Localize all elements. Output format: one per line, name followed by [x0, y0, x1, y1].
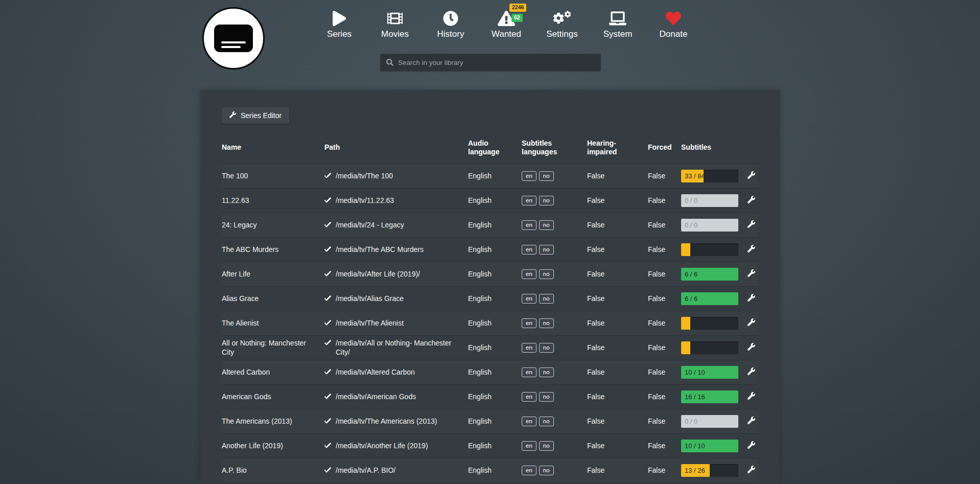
subtitle-languages-cell: enno — [522, 171, 587, 181]
subtitle-languages-cell: enno — [522, 441, 587, 451]
series-name[interactable]: All or Nothing: Manchester City — [222, 338, 324, 357]
subtitle-language-badge: en — [522, 417, 536, 427]
table-row: The Alienist/media/tv/The AlienistEnglis… — [222, 311, 758, 335]
subtitles-progress-cell: 6 / 6 — [681, 268, 743, 281]
subtitle-language-badge: en — [522, 441, 536, 451]
nav-item-settings[interactable]: Settings — [543, 10, 581, 39]
progress-label: 16 / 16 — [685, 390, 705, 403]
nav-label: History — [437, 29, 464, 39]
nav-item-wanted[interactable]: Wanted224662 — [487, 10, 526, 39]
series-name[interactable]: 24: Legacy — [222, 220, 324, 229]
forced-value: False — [648, 466, 681, 475]
edit-series-button[interactable] — [745, 218, 757, 232]
wrench-icon — [748, 171, 755, 180]
progress-label: 13 / 26 — [685, 464, 705, 477]
hearing-impaired-value: False — [587, 343, 648, 352]
subtitles-progress-cell: 0 / 0 — [681, 219, 743, 232]
series-path-cell: /media/tv/Alias Grace — [324, 294, 468, 303]
app-logo[interactable] — [202, 7, 265, 70]
series-name[interactable]: The Alienist — [222, 318, 324, 328]
subtitles-progress-cell: 16 / 16 — [681, 390, 743, 403]
column-header: Subtitles — [681, 143, 743, 152]
wrench-icon — [748, 220, 755, 229]
subtitles-progress-bar: 10 / 10 — [681, 366, 738, 379]
check-icon — [324, 197, 331, 204]
subtitle-language-badge: en — [522, 245, 536, 255]
subtitle-languages-cell: enno — [522, 367, 587, 378]
edit-series-button[interactable] — [745, 169, 757, 182]
series-name[interactable]: 11.22.63 — [222, 196, 324, 205]
nav-item-movies[interactable]: Movies — [376, 10, 414, 39]
table-row: All or Nothing: Manchester City/media/tv… — [222, 335, 758, 360]
subtitles-progress-cell — [681, 341, 743, 354]
progress-label: 10 / 10 — [685, 440, 705, 452]
edit-series-button[interactable] — [745, 390, 757, 403]
edit-series-button[interactable] — [745, 316, 757, 330]
series-name[interactable]: A.P. Bio — [222, 466, 324, 475]
wanted-count-badge: 2246 — [509, 4, 526, 12]
progress-label: 33 / 84 — [685, 170, 705, 182]
edit-series-button[interactable] — [745, 341, 757, 354]
subtitles-progress-cell — [681, 317, 743, 330]
table-body: The 100/media/tv/The 100EnglishennoFalse… — [222, 164, 758, 482]
nav-item-donate[interactable]: Donate — [654, 10, 693, 39]
table-row: Another Life (2019)/media/tv/Another Lif… — [222, 433, 758, 458]
nav-item-series[interactable]: Series — [320, 10, 359, 39]
audio-language: English — [468, 196, 522, 205]
series-name[interactable]: The ABC Murders — [222, 245, 324, 254]
series-name[interactable]: The Americans (2013) — [222, 417, 324, 426]
subtitles-progress-bar: 0 / 0 — [681, 415, 738, 428]
edit-series-button[interactable] — [745, 464, 757, 477]
subtitles-progress-bar — [681, 243, 738, 256]
search-input[interactable] — [398, 59, 595, 66]
check-icon — [324, 340, 331, 347]
forced-value: False — [648, 269, 681, 279]
subtitle-language-badge: en — [522, 367, 536, 378]
subtitles-progress-bar: 6 / 6 — [681, 268, 738, 281]
edit-series-button[interactable] — [745, 292, 757, 305]
edit-series-button[interactable] — [745, 439, 757, 452]
wrench-icon — [748, 466, 755, 475]
audio-language: English — [468, 245, 522, 254]
series-name[interactable]: Another Life (2019) — [222, 441, 324, 450]
edit-series-button[interactable] — [745, 243, 757, 256]
hearing-impaired-value: False — [587, 392, 648, 401]
table-row: The Americans (2013)/media/tv/The Americ… — [222, 409, 758, 433]
audio-language: English — [468, 343, 522, 352]
hearing-impaired-value: False — [587, 220, 648, 229]
subtitle-language-badge: no — [539, 466, 554, 476]
row-actions — [743, 292, 758, 305]
series-name[interactable]: American Gods — [222, 392, 324, 401]
subtitle-language-badge: no — [539, 196, 554, 206]
table-row: 11.22.63/media/tv/11.22.63EnglishennoFal… — [222, 188, 758, 213]
audio-language: English — [468, 441, 522, 450]
subtitles-progress-cell — [681, 243, 743, 256]
series-name[interactable]: The 100 — [222, 171, 324, 180]
hearing-impaired-value: False — [587, 196, 648, 205]
column-header: Forced — [648, 143, 681, 152]
series-path-cell: /media/tv/The Americans (2013) — [324, 417, 468, 426]
edit-series-button[interactable] — [745, 414, 757, 428]
edit-series-button[interactable] — [745, 267, 757, 281]
edit-series-button[interactable] — [745, 194, 757, 207]
nav-label: Donate — [660, 29, 688, 39]
subtitles-progress-bar: 0 / 0 — [681, 219, 738, 232]
subtitles-progress-cell: 10 / 10 — [681, 440, 743, 452]
series-path: /media/tv/11.22.63 — [336, 196, 461, 205]
subtitles-progress-bar: 13 / 26 — [681, 464, 738, 477]
series-editor-button[interactable]: Series Editor — [222, 107, 289, 124]
series-name[interactable]: Alias Grace — [222, 294, 324, 303]
progress-label: 6 / 6 — [685, 292, 697, 305]
subtitle-language-badge: en — [522, 294, 536, 304]
nav-item-system[interactable]: System — [598, 10, 637, 39]
nav-item-history[interactable]: History — [431, 10, 470, 39]
series-name[interactable]: After Life — [222, 269, 324, 279]
check-icon — [324, 443, 331, 449]
series-path-cell: /media/tv/Another Life (2019) — [324, 441, 468, 450]
subtitle-languages-cell: enno — [522, 293, 587, 304]
subtitle-language-badge: en — [522, 343, 536, 353]
table-row: After Life/media/tv/After Life (2019)/En… — [222, 262, 758, 286]
edit-series-button[interactable] — [745, 365, 757, 379]
series-name[interactable]: Altered Carbon — [222, 367, 324, 377]
check-icon — [324, 173, 331, 179]
